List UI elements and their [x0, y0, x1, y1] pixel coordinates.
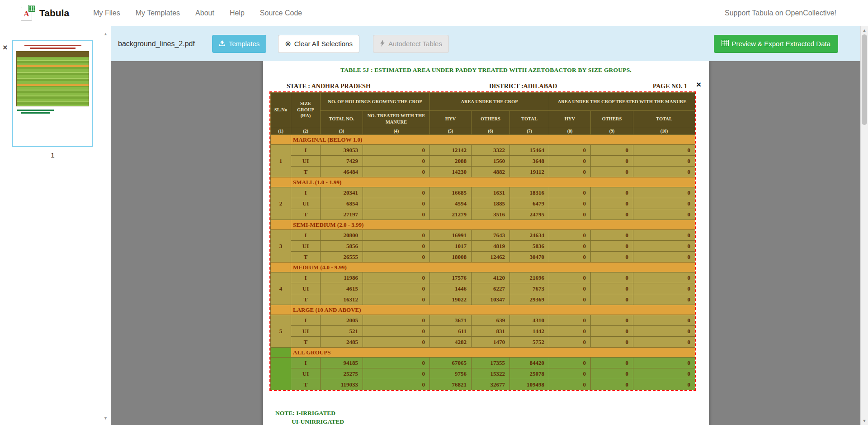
- value-cell: 0: [591, 167, 633, 177]
- value-cell: 119033: [321, 379, 363, 390]
- table-selection[interactable]: SL.No SIZE GROUP (HA) NO. OF HOLDINGS GR…: [269, 91, 696, 391]
- preview-export-button[interactable]: Preview & Export Extracted Data: [714, 35, 838, 53]
- value-cell: 6479: [510, 198, 549, 209]
- table-row: T265550180081246230470000: [271, 252, 695, 263]
- sl-cell: [271, 305, 291, 315]
- clear-all-selections-button[interactable]: ⊗ Clear All Selections: [278, 35, 359, 53]
- value-cell: 10347: [472, 294, 510, 305]
- state-text: STATE : ANDHRA PRADESH: [287, 83, 371, 90]
- remove-selection-button[interactable]: ×: [696, 80, 701, 89]
- row-type: I: [291, 358, 321, 368]
- value-cell: 0: [363, 187, 430, 198]
- table-row: I941850670651735584420000: [271, 358, 695, 368]
- value-cell: 0: [591, 230, 633, 241]
- value-cell: 32677: [472, 379, 510, 390]
- sl-cell: [271, 263, 291, 272]
- table-row: UI68540459418856479000: [271, 198, 695, 209]
- table-row: UI46150144662277673000: [271, 283, 695, 294]
- row-type: T: [291, 294, 321, 305]
- group-name: LARGE (10 AND ABOVE): [291, 305, 695, 315]
- value-cell: 24634: [510, 230, 549, 241]
- value-cell: 0: [591, 145, 633, 156]
- value-cell: 17355: [472, 358, 510, 368]
- table-icon: [722, 40, 729, 48]
- value-cell: 20341: [321, 187, 363, 198]
- value-cell: 3516: [472, 209, 510, 220]
- page-thumbnail[interactable]: [12, 40, 93, 147]
- row-type: UI: [291, 368, 321, 379]
- subheader: TOTAL: [633, 111, 695, 127]
- subheader: TOTAL NO.: [321, 111, 363, 127]
- value-cell: 0: [633, 145, 695, 156]
- value-cell: 7643: [472, 230, 510, 241]
- templates-button[interactable]: Templates: [212, 35, 266, 53]
- table-row: UI52106118311442000: [271, 326, 695, 337]
- value-cell: 7673: [510, 283, 549, 294]
- value-cell: 0: [591, 379, 633, 390]
- row-type: I: [291, 145, 321, 156]
- value-cell: 0: [633, 241, 695, 252]
- column-numbers-row: (1) (2) (3) (4) (5) (6) (7) (8) (9) (10): [271, 127, 695, 135]
- table-row: UI74290208815603648000: [271, 156, 695, 167]
- nav-item-help[interactable]: Help: [222, 9, 252, 17]
- value-cell: 2005: [321, 315, 363, 326]
- value-cell: 29369: [510, 294, 549, 305]
- page-number-text: PAGE NO. 1: [653, 83, 687, 90]
- nav-item-my-files[interactable]: My Files: [85, 9, 128, 17]
- circle-x-icon: ⊗: [285, 40, 291, 48]
- sidebar-scroll-down-icon[interactable]: ▼: [104, 416, 108, 420]
- value-cell: 4819: [472, 241, 510, 252]
- tabula-logo[interactable]: A: [21, 5, 35, 21]
- sidebar-scroll-up-icon[interactable]: ▲: [104, 32, 108, 36]
- nav-item-my-templates[interactable]: My Templates: [128, 9, 188, 17]
- value-cell: 0: [591, 272, 633, 283]
- table-section-row: LARGE (10 AND ABOVE): [271, 305, 695, 315]
- sl-cell: [271, 348, 291, 358]
- sl-number: [271, 358, 291, 390]
- templates-button-label: Templates: [229, 40, 259, 48]
- value-cell: 19022: [430, 294, 472, 305]
- vertical-scrollbar[interactable]: ▲ ▼: [860, 26, 868, 425]
- scroll-down-icon[interactable]: ▼: [861, 419, 868, 423]
- scroll-up-icon[interactable]: ▲: [861, 28, 868, 33]
- toolbar: background_lines_2.pdf Templates ⊗ Clear…: [111, 26, 868, 61]
- row-type: UI: [291, 283, 321, 294]
- value-cell: 0: [633, 252, 695, 263]
- col-number: (10): [633, 127, 695, 135]
- table-row: 3I20800016991764324634000: [271, 230, 695, 241]
- remove-page-button[interactable]: ×: [3, 43, 8, 52]
- row-type: I: [291, 272, 321, 283]
- value-cell: 0: [633, 326, 695, 337]
- value-cell: 94185: [321, 358, 363, 368]
- value-cell: 26555: [321, 252, 363, 263]
- table-section-row: SMALL (1.0 - 1.99): [271, 177, 695, 187]
- brand-title[interactable]: Tabula: [39, 8, 69, 19]
- nav-item-about[interactable]: About: [188, 9, 222, 17]
- value-cell: 0: [633, 187, 695, 198]
- value-cell: 0: [549, 283, 591, 294]
- nav-item-source-code[interactable]: Source Code: [252, 9, 310, 17]
- value-cell: 1885: [472, 198, 510, 209]
- value-cell: 25078: [510, 368, 549, 379]
- value-cell: 84420: [510, 358, 549, 368]
- col-number: (2): [291, 127, 321, 135]
- autodetect-tables-button: Autodetect Tables: [373, 35, 449, 53]
- support-link[interactable]: Support Tabula on OpenCollective!: [725, 9, 836, 17]
- value-cell: 27197: [321, 209, 363, 220]
- thumb-note-line: [21, 112, 50, 114]
- col-number: (4): [363, 127, 430, 135]
- row-type: I: [291, 315, 321, 326]
- value-cell: 0: [633, 272, 695, 283]
- table-row: 5I2005036716394310000: [271, 315, 695, 326]
- value-cell: 0: [591, 337, 633, 348]
- value-cell: 0: [549, 156, 591, 167]
- table-row: T27197021279351624795000: [271, 209, 695, 220]
- value-cell: 0: [591, 315, 633, 326]
- scrollbar-thumb[interactable]: [862, 34, 867, 125]
- value-cell: 12462: [472, 252, 510, 263]
- value-cell: 0: [549, 167, 591, 177]
- header-slno: SL.No: [271, 93, 291, 127]
- value-cell: 0: [591, 241, 633, 252]
- autodetect-button-label: Autodetect Tables: [388, 40, 442, 48]
- value-cell: 0: [591, 326, 633, 337]
